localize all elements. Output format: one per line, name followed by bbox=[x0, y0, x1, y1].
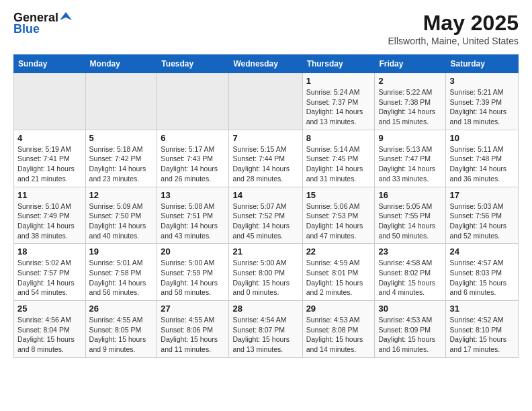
cell-sunset: Sunset: 8:05 PM bbox=[89, 325, 154, 335]
cell-sunrise: Sunrise: 4:57 AM bbox=[449, 258, 515, 268]
cell-daylight: Daylight: 15 hours and 11 minutes. bbox=[161, 334, 225, 354]
cell-daylight: Daylight: 15 hours and 16 minutes. bbox=[378, 334, 442, 354]
calendar-cell: 25Sunrise: 4:56 AMSunset: 8:04 PMDayligh… bbox=[14, 301, 86, 358]
logo-bird-icon bbox=[60, 11, 72, 23]
calendar-cell: 21Sunrise: 5:00 AMSunset: 8:00 PMDayligh… bbox=[229, 244, 302, 301]
calendar-cell: 26Sunrise: 4:55 AMSunset: 8:05 PMDayligh… bbox=[85, 301, 157, 358]
cell-daylight: Daylight: 15 hours and 13 minutes. bbox=[232, 334, 298, 354]
cell-daylight: Daylight: 14 hours and 38 minutes. bbox=[17, 221, 82, 240]
calendar-header-row: Sunday Monday Tuesday Wednesday Thursday… bbox=[14, 55, 519, 73]
calendar-cell: 17Sunrise: 5:03 AMSunset: 7:56 PMDayligh… bbox=[446, 187, 519, 244]
cell-day-number: 2 bbox=[378, 76, 442, 86]
cell-sunset: Sunset: 7:41 PM bbox=[17, 154, 82, 164]
cell-daylight: Daylight: 15 hours and 0 minutes. bbox=[232, 278, 298, 298]
cell-info: Sunrise: 4:55 AMSunset: 8:06 PMDaylight:… bbox=[161, 315, 225, 355]
cell-day-number: 8 bbox=[306, 133, 371, 143]
cell-daylight: Daylight: 14 hours and 23 minutes. bbox=[89, 164, 154, 183]
cell-day-number: 23 bbox=[378, 246, 442, 257]
cell-info: Sunrise: 4:53 AMSunset: 8:09 PMDaylight:… bbox=[378, 315, 442, 355]
cell-info: Sunrise: 4:57 AMSunset: 8:03 PMDaylight:… bbox=[449, 258, 515, 298]
cell-day-number: 1 bbox=[306, 76, 371, 86]
cell-info: Sunrise: 5:22 AMSunset: 7:38 PMDaylight:… bbox=[378, 87, 442, 127]
cell-info: Sunrise: 4:56 AMSunset: 8:04 PMDaylight:… bbox=[17, 315, 82, 355]
cell-daylight: Daylight: 14 hours and 54 minutes. bbox=[17, 278, 82, 298]
cell-sunrise: Sunrise: 5:01 AM bbox=[89, 258, 154, 268]
cell-info: Sunrise: 5:21 AMSunset: 7:39 PMDaylight:… bbox=[449, 87, 515, 127]
cell-sunrise: Sunrise: 5:17 AM bbox=[161, 144, 225, 154]
calendar-week-row: 11Sunrise: 5:10 AMSunset: 7:49 PMDayligh… bbox=[14, 187, 519, 244]
cell-daylight: Daylight: 14 hours and 28 minutes. bbox=[232, 164, 298, 183]
cell-day-number: 9 bbox=[378, 133, 442, 143]
cell-sunrise: Sunrise: 4:59 AM bbox=[306, 258, 371, 268]
logo-blue-text: Blue bbox=[13, 22, 40, 36]
cell-daylight: Daylight: 14 hours and 31 minutes. bbox=[306, 164, 371, 183]
calendar-cell: 13Sunrise: 5:08 AMSunset: 7:51 PMDayligh… bbox=[157, 187, 229, 244]
cell-sunset: Sunset: 7:50 PM bbox=[89, 211, 154, 221]
cell-info: Sunrise: 5:00 AMSunset: 8:00 PMDaylight:… bbox=[232, 258, 298, 298]
calendar-cell: 22Sunrise: 4:59 AMSunset: 8:01 PMDayligh… bbox=[302, 244, 375, 301]
cell-sunrise: Sunrise: 4:53 AM bbox=[378, 315, 442, 325]
cell-info: Sunrise: 4:52 AMSunset: 8:10 PMDaylight:… bbox=[449, 315, 515, 355]
cell-sunset: Sunset: 8:09 PM bbox=[378, 325, 442, 335]
cell-sunset: Sunset: 7:57 PM bbox=[17, 268, 82, 278]
cell-info: Sunrise: 5:02 AMSunset: 7:57 PMDaylight:… bbox=[17, 258, 82, 298]
cell-sunrise: Sunrise: 5:03 AM bbox=[449, 201, 515, 212]
cell-daylight: Daylight: 15 hours and 6 minutes. bbox=[449, 278, 515, 298]
cell-day-number: 27 bbox=[161, 304, 225, 314]
cell-daylight: Daylight: 14 hours and 43 minutes. bbox=[161, 221, 225, 240]
calendar-cell: 10Sunrise: 5:11 AMSunset: 7:48 PMDayligh… bbox=[446, 130, 519, 187]
cell-daylight: Daylight: 15 hours and 4 minutes. bbox=[378, 278, 442, 298]
cell-info: Sunrise: 5:18 AMSunset: 7:42 PMDaylight:… bbox=[89, 144, 154, 184]
cell-day-number: 6 bbox=[161, 133, 225, 143]
cell-sunset: Sunset: 8:08 PM bbox=[306, 325, 371, 335]
calendar-table: Sunday Monday Tuesday Wednesday Thursday… bbox=[13, 54, 519, 358]
cell-daylight: Daylight: 14 hours and 45 minutes. bbox=[232, 221, 298, 240]
cell-day-number: 4 bbox=[17, 133, 82, 143]
cell-sunrise: Sunrise: 5:02 AM bbox=[17, 258, 82, 268]
cell-daylight: Daylight: 14 hours and 26 minutes. bbox=[161, 164, 225, 183]
cell-info: Sunrise: 5:01 AMSunset: 7:58 PMDaylight:… bbox=[89, 258, 154, 298]
cell-daylight: Daylight: 14 hours and 13 minutes. bbox=[306, 107, 371, 126]
cell-sunrise: Sunrise: 5:14 AM bbox=[306, 144, 371, 154]
cell-sunrise: Sunrise: 5:22 AM bbox=[378, 87, 442, 97]
cell-day-number: 17 bbox=[449, 190, 515, 200]
cell-sunset: Sunset: 7:45 PM bbox=[306, 154, 371, 164]
cell-sunset: Sunset: 7:59 PM bbox=[161, 268, 225, 278]
cell-day-number: 30 bbox=[378, 304, 442, 314]
cell-daylight: Daylight: 15 hours and 2 minutes. bbox=[306, 278, 371, 298]
cell-sunrise: Sunrise: 5:00 AM bbox=[232, 258, 298, 268]
cell-sunrise: Sunrise: 5:09 AM bbox=[89, 201, 154, 212]
cell-info: Sunrise: 5:14 AMSunset: 7:45 PMDaylight:… bbox=[306, 144, 371, 184]
cell-daylight: Daylight: 15 hours and 9 minutes. bbox=[89, 334, 154, 354]
calendar-week-row: 4Sunrise: 5:19 AMSunset: 7:41 PMDaylight… bbox=[14, 130, 519, 187]
cell-sunrise: Sunrise: 4:54 AM bbox=[232, 315, 298, 325]
cell-sunset: Sunset: 7:58 PM bbox=[89, 268, 154, 278]
calendar-cell: 28Sunrise: 4:54 AMSunset: 8:07 PMDayligh… bbox=[229, 301, 302, 358]
calendar-cell: 5Sunrise: 5:18 AMSunset: 7:42 PMDaylight… bbox=[85, 130, 157, 187]
cell-day-number: 5 bbox=[89, 133, 154, 143]
calendar-cell bbox=[14, 73, 86, 130]
cell-info: Sunrise: 4:59 AMSunset: 8:01 PMDaylight:… bbox=[306, 258, 371, 298]
calendar-cell: 15Sunrise: 5:06 AMSunset: 7:53 PMDayligh… bbox=[302, 187, 375, 244]
cell-day-number: 11 bbox=[17, 190, 82, 200]
cell-daylight: Daylight: 14 hours and 40 minutes. bbox=[89, 221, 154, 240]
cell-sunset: Sunset: 8:02 PM bbox=[378, 268, 442, 278]
cell-sunrise: Sunrise: 5:19 AM bbox=[17, 144, 82, 154]
calendar-cell: 9Sunrise: 5:13 AMSunset: 7:47 PMDaylight… bbox=[375, 130, 446, 187]
cell-info: Sunrise: 5:19 AMSunset: 7:41 PMDaylight:… bbox=[17, 144, 82, 184]
cell-sunset: Sunset: 7:44 PM bbox=[232, 154, 298, 164]
cell-info: Sunrise: 4:58 AMSunset: 8:02 PMDaylight:… bbox=[378, 258, 442, 298]
calendar-week-row: 25Sunrise: 4:56 AMSunset: 8:04 PMDayligh… bbox=[14, 301, 519, 358]
calendar-cell: 11Sunrise: 5:10 AMSunset: 7:49 PMDayligh… bbox=[14, 187, 86, 244]
cell-info: Sunrise: 5:06 AMSunset: 7:53 PMDaylight:… bbox=[306, 201, 371, 241]
cell-daylight: Daylight: 14 hours and 18 minutes. bbox=[449, 107, 515, 126]
calendar-cell: 1Sunrise: 5:24 AMSunset: 7:37 PMDaylight… bbox=[302, 73, 375, 130]
cell-day-number: 29 bbox=[306, 304, 371, 314]
col-monday: Monday bbox=[85, 55, 157, 73]
cell-day-number: 15 bbox=[306, 190, 371, 200]
cell-sunrise: Sunrise: 5:11 AM bbox=[449, 144, 515, 154]
cell-sunrise: Sunrise: 5:18 AM bbox=[89, 144, 154, 154]
cell-sunrise: Sunrise: 5:13 AM bbox=[378, 144, 442, 154]
calendar-cell: 23Sunrise: 4:58 AMSunset: 8:02 PMDayligh… bbox=[375, 244, 446, 301]
cell-info: Sunrise: 5:15 AMSunset: 7:44 PMDaylight:… bbox=[232, 144, 298, 184]
